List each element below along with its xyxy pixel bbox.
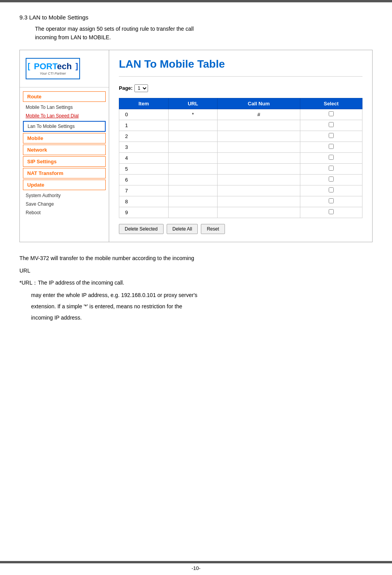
cell-callnum-9 <box>218 207 300 218</box>
logo-port: PORT <box>34 61 57 71</box>
cell-callnum-8 <box>218 196 300 207</box>
cell-url-6 <box>168 174 218 185</box>
sidebar-item-lan-to-mobile[interactable]: Lan To Mobile Settings <box>23 121 106 132</box>
table-row: 4 <box>119 152 362 163</box>
sidebar-item-update[interactable]: Update <box>23 180 106 190</box>
intro-text: The operator may assign 50 sets of routi… <box>35 24 373 42</box>
row-checkbox-2[interactable] <box>329 133 334 138</box>
cell-callnum-3 <box>218 142 300 152</box>
cell-item-7: 7 <box>119 185 169 196</box>
row-checkbox-3[interactable] <box>329 144 334 149</box>
table-buttons: Delete Selected Delete All Reset <box>119 224 362 234</box>
sidebar-item-mobile-to-lan[interactable]: Mobile To Lan Settings <box>20 103 109 112</box>
page-selector: Page: 1 <box>119 84 362 92</box>
cell-item-6: 6 <box>119 174 169 185</box>
table-row: 7 <box>119 185 362 196</box>
cell-item-5: 5 <box>119 163 169 174</box>
cell-callnum-6 <box>218 174 300 185</box>
page-select[interactable]: 1 <box>134 84 148 92</box>
cell-callnum-2 <box>218 131 300 142</box>
logo-bracket-right: ] <box>75 62 78 71</box>
table-row: 3 <box>119 142 362 152</box>
row-checkbox-7[interactable] <box>329 187 334 192</box>
logo-text: PORTech <box>34 61 71 72</box>
cell-select-5 <box>300 163 362 174</box>
table-title: LAN To Mobile Table <box>119 58 362 77</box>
sidebar-item-reboot[interactable]: Reboot <box>20 208 109 217</box>
footer-line3: *URL：The IP address of the incoming call… <box>19 278 373 288</box>
page-number: -10- <box>0 565 392 571</box>
cell-url-3 <box>168 142 218 152</box>
cell-url-0: * <box>168 109 218 120</box>
table-row: 1 <box>119 120 362 131</box>
sidebar-item-nat[interactable]: NAT Transform <box>23 168 106 178</box>
cell-url-7 <box>168 185 218 196</box>
footer-line4: may enter the whole IP address, e.g. 192… <box>31 291 373 300</box>
cell-select-7 <box>300 185 362 196</box>
cell-callnum-0: # <box>218 109 300 120</box>
row-checkbox-6[interactable] <box>329 177 334 182</box>
cell-url-5 <box>168 163 218 174</box>
row-checkbox-4[interactable] <box>329 155 334 160</box>
table-row: 8 <box>119 196 362 207</box>
logo-box: [ PORTech ] Your CTI Partner <box>26 58 80 79</box>
cell-url-1 <box>168 120 218 131</box>
sidebar-logo: [ PORTech ] Your CTI Partner <box>20 54 109 87</box>
cell-callnum-7 <box>218 185 300 196</box>
cell-url-8 <box>168 196 218 207</box>
cell-select-6 <box>300 174 362 185</box>
row-checkbox-0[interactable] <box>329 111 334 116</box>
cell-select-4 <box>300 152 362 163</box>
cell-callnum-1 <box>218 120 300 131</box>
cell-item-4: 4 <box>119 152 169 163</box>
cell-select-0 <box>300 109 362 120</box>
footer-line6: incoming IP address. <box>31 313 373 323</box>
cell-select-2 <box>300 131 362 142</box>
cell-item-0: 0 <box>119 109 169 120</box>
sidebar-item-sip[interactable]: SIP Settings <box>23 156 106 167</box>
cell-callnum-4 <box>218 152 300 163</box>
cell-url-9 <box>168 207 218 218</box>
table-row: 2 <box>119 131 362 142</box>
col-header-item: Item <box>119 98 169 109</box>
table-row: 5 <box>119 163 362 174</box>
cell-url-4 <box>168 152 218 163</box>
page-label: Page: <box>119 85 132 91</box>
logo-sub: Your CTI Partner <box>40 72 66 75</box>
table-row: 9 <box>119 207 362 218</box>
cell-item-2: 2 <box>119 131 169 142</box>
cell-select-1 <box>300 120 362 131</box>
footer-line1: The MV-372 will transfer to the mobile n… <box>19 254 373 263</box>
row-checkbox-9[interactable] <box>329 209 334 214</box>
cell-select-3 <box>300 142 362 152</box>
sidebar-item-mobile[interactable]: Mobile <box>23 133 106 143</box>
footer-line5: extension. If a simple '*' is entered, m… <box>31 302 373 311</box>
delete-all-button[interactable]: Delete All <box>167 224 198 234</box>
delete-selected-button[interactable]: Delete Selected <box>119 224 164 234</box>
sidebar: [ PORTech ] Your CTI Partner Route Mobil… <box>20 50 109 242</box>
cell-callnum-5 <box>218 163 300 174</box>
logo-bracket-left: [ <box>28 62 30 71</box>
sidebar-item-save-change[interactable]: Save Change <box>20 200 109 208</box>
logo-tech: ech <box>57 61 72 71</box>
sidebar-item-system-authority[interactable]: System Authority <box>20 191 109 200</box>
row-checkbox-8[interactable] <box>329 198 334 203</box>
cell-item-8: 8 <box>119 196 169 207</box>
cell-item-3: 3 <box>119 142 169 152</box>
section-title: 9.3 LAN to Mobile Settings <box>19 14 373 21</box>
row-checkbox-1[interactable] <box>329 122 334 127</box>
sidebar-item-route[interactable]: Route <box>23 91 106 102</box>
row-checkbox-5[interactable] <box>329 166 334 171</box>
cell-item-1: 1 <box>119 120 169 131</box>
footer-line2: URL <box>19 266 373 276</box>
sidebar-item-speed-dial[interactable]: Mobile To Lan Speed Dial <box>20 112 109 120</box>
table-row: 6 <box>119 174 362 185</box>
cell-url-2 <box>168 131 218 142</box>
reset-button[interactable]: Reset <box>201 224 225 234</box>
col-header-callnum: Call Num <box>218 98 300 109</box>
main-content: LAN To Mobile Table Page: 1 Item URL Cal… <box>109 50 372 242</box>
lan-to-mobile-table: Item URL Call Num Select 0*#123456789 <box>119 98 362 218</box>
cell-select-8 <box>300 196 362 207</box>
sidebar-item-network[interactable]: Network <box>23 145 106 155</box>
table-row: 0*# <box>119 109 362 120</box>
